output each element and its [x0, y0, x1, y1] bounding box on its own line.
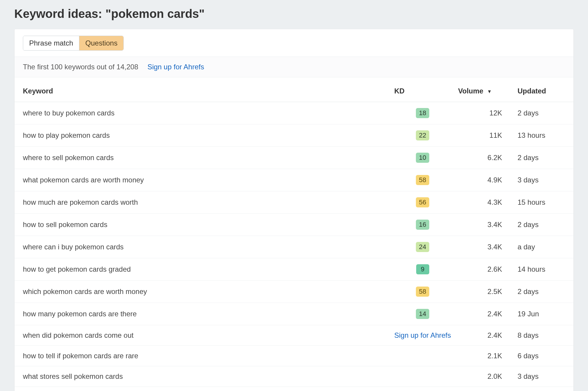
- kd-badge: 22: [416, 130, 429, 140]
- keyword-cell[interactable]: how many pokemon cards are there: [15, 303, 391, 325]
- kd-badge: 16: [416, 220, 429, 230]
- kd-badge: 14: [416, 309, 429, 319]
- volume-cell: 12K: [455, 102, 514, 124]
- table-row: how much are pokemon cards worth564.3K15…: [15, 191, 573, 214]
- updated-cell: 15 hours: [514, 191, 573, 214]
- results-panel: Phrase match Questions The first 100 key…: [14, 29, 574, 391]
- updated-cell: a day: [514, 236, 573, 258]
- page-title: Keyword ideas: "pokemon cards": [14, 0, 574, 29]
- kd-badge: 56: [416, 197, 429, 207]
- table-row: where to buy pokemon cards near me2.0K6 …: [15, 387, 573, 391]
- kd-cell: 22: [391, 124, 455, 147]
- col-header-volume[interactable]: Volume ▼: [455, 77, 514, 102]
- col-header-keyword[interactable]: Keyword: [15, 77, 391, 102]
- table-row: where can i buy pokemon cards243.4Ka day: [15, 236, 573, 258]
- table-row: how to play pokemon cards2211K13 hours: [15, 124, 573, 147]
- keyword-cell[interactable]: what stores sell pokemon cards: [15, 366, 391, 387]
- table-row: where to sell pokemon cards106.2K2 days: [15, 147, 573, 169]
- kd-cell: 14: [391, 303, 455, 325]
- kd-badge: 18: [416, 108, 429, 118]
- updated-cell: 8 days: [514, 325, 573, 346]
- info-row: The first 100 keywords out of 14,208 Sig…: [15, 57, 573, 77]
- signup-link-top[interactable]: Sign up for Ahrefs: [147, 63, 204, 71]
- table-header-row: Keyword KD Volume ▼ Updated: [15, 77, 573, 102]
- signup-link-inline[interactable]: Sign up for Ahrefs: [394, 331, 451, 339]
- col-header-kd[interactable]: KD: [391, 77, 455, 102]
- table-row: how many pokemon cards are there142.4K19…: [15, 303, 573, 325]
- updated-cell: 14 hours: [514, 258, 573, 281]
- tab-group: Phrase match Questions: [23, 36, 124, 51]
- keyword-cell[interactable]: where to sell pokemon cards: [15, 147, 391, 169]
- volume-cell: 2.4K: [455, 325, 514, 346]
- kd-badge: 58: [416, 287, 429, 297]
- kd-cell: 10: [391, 147, 455, 169]
- kd-badge: 10: [416, 153, 429, 163]
- volume-cell: 2.0K: [455, 387, 514, 391]
- table-row: what stores sell pokemon cards2.0K3 days: [15, 366, 573, 387]
- kd-cell: 58: [391, 281, 455, 303]
- keyword-cell[interactable]: how to sell pokemon cards: [15, 214, 391, 236]
- table-row: how to sell pokemon cards163.4K2 days: [15, 214, 573, 236]
- col-header-volume-label: Volume: [458, 87, 483, 95]
- kd-cell: [391, 387, 455, 391]
- table-row: which pokemon cards are worth money582.5…: [15, 281, 573, 303]
- updated-cell: 2 days: [514, 281, 573, 303]
- kd-cell: [391, 346, 455, 366]
- table-row: how to tell if pokemon cards are rare2.1…: [15, 346, 573, 366]
- keyword-cell[interactable]: what pokemon cards are worth money: [15, 169, 391, 191]
- updated-cell: 6 days: [514, 346, 573, 366]
- keyword-cell[interactable]: how to play pokemon cards: [15, 124, 391, 147]
- table-row: when did pokemon cards come outSign up f…: [15, 325, 573, 346]
- updated-cell: 19 Jun: [514, 303, 573, 325]
- kd-cell: 56: [391, 191, 455, 214]
- table-row: how to get pokemon cards graded92.6K14 h…: [15, 258, 573, 281]
- volume-cell: 6.2K: [455, 147, 514, 169]
- volume-cell: 2.4K: [455, 303, 514, 325]
- keywords-table: Keyword KD Volume ▼ Updated where to buy…: [15, 77, 573, 391]
- volume-cell: 2.6K: [455, 258, 514, 281]
- kd-cell: [391, 366, 455, 387]
- keyword-cell[interactable]: where can i buy pokemon cards: [15, 236, 391, 258]
- volume-cell: 11K: [455, 124, 514, 147]
- col-header-updated[interactable]: Updated: [514, 77, 573, 102]
- kd-badge: 9: [416, 264, 429, 274]
- volume-cell: 3.4K: [455, 214, 514, 236]
- tab-questions[interactable]: Questions: [79, 36, 123, 50]
- keyword-cell[interactable]: where to buy pokemon cards: [15, 102, 391, 124]
- volume-cell: 4.3K: [455, 191, 514, 214]
- kd-cell: 18: [391, 102, 455, 124]
- updated-cell: 13 hours: [514, 124, 573, 147]
- sort-desc-icon: ▼: [487, 89, 492, 94]
- volume-cell: 3.4K: [455, 236, 514, 258]
- updated-cell: 3 days: [514, 169, 573, 191]
- kd-cell: 9: [391, 258, 455, 281]
- volume-cell: 4.9K: [455, 169, 514, 191]
- keyword-cell[interactable]: when did pokemon cards come out: [15, 325, 391, 346]
- keyword-cell[interactable]: how to get pokemon cards graded: [15, 258, 391, 281]
- info-text: The first 100 keywords out of 14,208: [23, 63, 138, 71]
- updated-cell: 3 days: [514, 366, 573, 387]
- kd-cell: 16: [391, 214, 455, 236]
- updated-cell: 2 days: [514, 102, 573, 124]
- tabs-row: Phrase match Questions: [15, 29, 573, 51]
- updated-cell: 2 days: [514, 214, 573, 236]
- keyword-cell[interactable]: how to tell if pokemon cards are rare: [15, 346, 391, 366]
- kd-cell: Sign up for Ahrefs: [391, 325, 455, 346]
- volume-cell: 2.5K: [455, 281, 514, 303]
- table-row: where to buy pokemon cards1812K2 days: [15, 102, 573, 124]
- keyword-cell[interactable]: how much are pokemon cards worth: [15, 191, 391, 214]
- kd-badge: 24: [416, 242, 429, 252]
- updated-cell: 6 days: [514, 387, 573, 391]
- keyword-cell[interactable]: which pokemon cards are worth money: [15, 281, 391, 303]
- kd-cell: 58: [391, 169, 455, 191]
- tab-phrase-match[interactable]: Phrase match: [23, 36, 79, 50]
- kd-cell: 24: [391, 236, 455, 258]
- volume-cell: 2.1K: [455, 346, 514, 366]
- updated-cell: 2 days: [514, 147, 573, 169]
- kd-badge: 58: [416, 175, 429, 185]
- volume-cell: 2.0K: [455, 366, 514, 387]
- table-row: what pokemon cards are worth money584.9K…: [15, 169, 573, 191]
- keyword-cell[interactable]: where to buy pokemon cards near me: [15, 387, 391, 391]
